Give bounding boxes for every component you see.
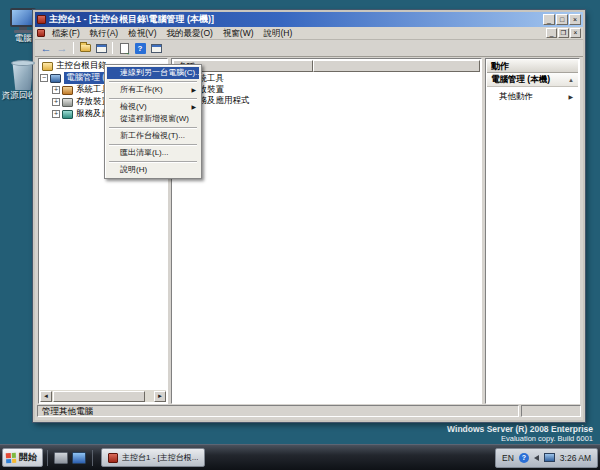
status-cell-right <box>521 405 581 417</box>
window-title: 主控台1 - [主控台根目錄\電腦管理 (本機)] <box>49 13 542 26</box>
scroll-right-icon[interactable]: ► <box>154 391 166 402</box>
quick-launch-server-manager-icon[interactable] <box>54 452 68 464</box>
folder-up-icon <box>80 44 91 52</box>
edition-watermark: Windows Server (R) 2008 Enterprise Evalu… <box>447 425 593 443</box>
close-button[interactable]: × <box>569 14 581 25</box>
menu-favorites[interactable]: 我的最愛(O) <box>162 27 218 39</box>
menu-item-help[interactable]: 說明(H) <box>107 164 199 176</box>
windows-flag-icon <box>6 452 17 463</box>
expand-box-icon[interactable]: + <box>52 98 60 106</box>
menu-bar: 檔案(F) 執行(A) 檢視(V) 我的最愛(O) 視窗(W) 說明(H) _ … <box>35 27 583 40</box>
system-tools-icon <box>62 86 73 95</box>
folder-icon <box>42 62 53 71</box>
more-actions-item[interactable]: 其他動作 ▶ <box>487 90 578 103</box>
back-button[interactable]: ← <box>38 41 54 55</box>
back-icon: ← <box>41 43 52 53</box>
up-one-level-button[interactable] <box>77 41 93 55</box>
menu-item-new-taskpad-view[interactable]: 新工作台檢視(T)... <box>107 130 199 142</box>
scrollbar-thumb[interactable] <box>53 391 145 402</box>
menu-separator <box>109 98 197 99</box>
export-list-button[interactable] <box>116 41 132 55</box>
taskbar-window-button[interactable]: 主控台1 - [主控台根... <box>101 448 205 467</box>
menu-view[interactable]: 檢視(V) <box>123 27 161 39</box>
submenu-arrow-icon: ▶ <box>191 101 196 113</box>
services-icon <box>62 110 73 119</box>
menu-separator <box>109 161 197 162</box>
help-button[interactable]: ? <box>132 41 148 55</box>
collapse-chevron-icon[interactable]: ▲ <box>568 77 574 83</box>
menu-item-all-tasks[interactable]: 所有工作(K) ▶ <box>107 84 199 96</box>
menu-item-view[interactable]: 檢視(V) ▶ <box>107 101 199 113</box>
expand-box-icon[interactable]: + <box>52 110 60 118</box>
computer-icon <box>50 74 61 83</box>
submenu-arrow-icon: ▶ <box>568 93 573 100</box>
list-header-row: 名稱 <box>173 60 480 72</box>
menu-item-new-window-from-here[interactable]: 從這裡新增視窗(W) <box>107 113 199 125</box>
status-text: 管理其他電腦 <box>37 405 519 417</box>
collapse-box-icon[interactable]: − <box>40 74 48 82</box>
title-bar[interactable]: 主控台1 - [主控台根目錄\電腦管理 (本機)] _ □ × <box>35 12 583 27</box>
help-icon: ? <box>135 43 146 54</box>
child-restore-button[interactable]: ❐ <box>558 28 569 38</box>
horizontal-scrollbar[interactable]: ◄ ► <box>40 390 166 402</box>
storage-icon <box>62 98 73 107</box>
volume-icon[interactable] <box>534 455 539 461</box>
menu-window[interactable]: 視窗(W) <box>218 27 259 39</box>
start-button-label: 開始 <box>19 451 37 464</box>
toolbar: ← → ? <box>35 40 583 57</box>
help-tray-icon[interactable]: ? <box>519 453 529 463</box>
mmc-console-icon <box>108 453 118 463</box>
child-system-menu-icon[interactable] <box>37 29 45 37</box>
column-header-filler <box>313 60 480 72</box>
menu-separator <box>109 127 197 128</box>
toolbar-separator <box>73 42 74 54</box>
menu-separator <box>109 144 197 145</box>
taskbar-separator <box>47 450 48 466</box>
language-indicator[interactable]: EN <box>502 453 514 463</box>
recycle-bin-icon <box>11 60 35 66</box>
watermark-line2: Evaluation copy. Build 6001 <box>447 435 593 444</box>
toolbar-separator <box>112 42 113 54</box>
taskbar: 開始 主控台1 - [主控台根... EN ? 3:26 AM <box>0 444 600 470</box>
menu-item-export-list[interactable]: 匯出清單(L)... <box>107 147 199 159</box>
taskbar-window-label: 主控台1 - [主控台根... <box>122 452 198 463</box>
minimize-button[interactable]: _ <box>543 14 555 25</box>
network-icon[interactable] <box>544 453 555 462</box>
menu-help[interactable]: 說明(H) <box>259 27 298 39</box>
actions-pane-title: 動作 <box>487 60 578 73</box>
child-close-button[interactable]: × <box>570 28 581 38</box>
forward-icon: → <box>57 43 68 53</box>
submenu-arrow-icon: ▶ <box>191 84 196 96</box>
clock[interactable]: 3:26 AM <box>560 453 591 463</box>
export-list-icon <box>120 43 129 54</box>
quick-launch-show-desktop-icon[interactable] <box>72 452 86 464</box>
menu-file[interactable]: 檔案(F) <box>47 27 85 39</box>
expand-box-icon[interactable]: + <box>52 86 60 94</box>
mmc-console-icon <box>37 15 46 24</box>
status-bar: 管理其他電腦 <box>37 405 581 418</box>
forward-button[interactable]: → <box>54 41 70 55</box>
maximize-button[interactable]: □ <box>556 14 568 25</box>
menu-action[interactable]: 執行(A) <box>85 27 123 39</box>
actions-pane: 動作 電腦管理 (本機) ▲ 其他動作 ▶ <box>485 58 580 404</box>
desktop: 電腦 資源回收筒 Windows Server (R) 2008 Enterpr… <box>0 0 600 470</box>
new-window-button[interactable] <box>148 41 164 55</box>
menu-separator <box>109 81 197 82</box>
notification-area: EN ? 3:26 AM <box>495 448 598 468</box>
scroll-left-icon[interactable]: ◄ <box>40 391 52 402</box>
actions-section-computer-management[interactable]: 電腦管理 (本機) ▲ <box>487 73 578 87</box>
taskbar-separator <box>92 450 93 466</box>
start-button[interactable]: 開始 <box>2 448 43 467</box>
new-window-icon <box>151 44 162 53</box>
context-menu: 連線到另一台電腦(C)... 所有工作(K) ▶ 檢視(V) ▶ 從這裡新增視窗… <box>104 64 202 179</box>
console-tree-icon <box>96 44 107 53</box>
menu-item-connect-another-computer[interactable]: 連線到另一台電腦(C)... <box>107 67 199 79</box>
show-console-tree-button[interactable] <box>93 41 109 55</box>
results-list-pane: 名稱 系統工具 存放裝置 服務及應用程式 <box>171 58 482 404</box>
child-minimize-button[interactable]: _ <box>546 28 557 38</box>
